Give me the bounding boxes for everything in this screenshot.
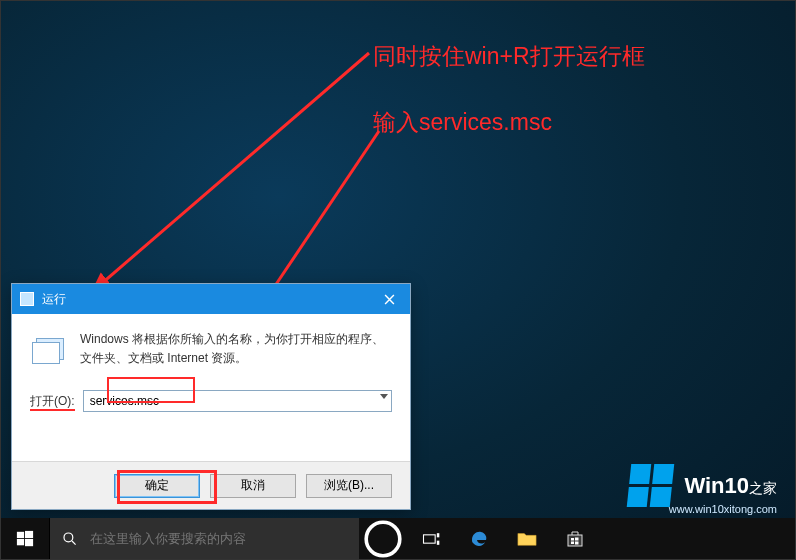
chevron-down-icon[interactable] [380, 394, 388, 399]
taskbar-search[interactable] [49, 518, 359, 559]
cortana-button[interactable] [359, 518, 407, 559]
cancel-button[interactable]: 取消 [210, 474, 296, 498]
folder-icon [517, 529, 537, 549]
svg-rect-4 [17, 539, 24, 545]
annotation-winr: 同时按住win+R打开运行框 [373, 41, 645, 72]
svg-rect-11 [437, 540, 440, 544]
svg-rect-16 [575, 541, 579, 544]
close-icon [384, 294, 395, 305]
run-button-row: 确定 取消 浏览(B)... [12, 461, 410, 509]
svg-rect-13 [571, 538, 574, 541]
watermark-brand: Win10 [684, 473, 749, 498]
explorer-button[interactable] [503, 518, 551, 559]
edge-icon [469, 529, 489, 549]
taskbar [1, 518, 795, 559]
svg-rect-15 [571, 541, 574, 544]
svg-point-8 [366, 522, 400, 556]
watermark: Win10之家 [629, 464, 777, 507]
svg-rect-14 [575, 537, 579, 540]
annotation-typemsc: 输入services.msc [373, 107, 552, 138]
store-icon [565, 529, 585, 549]
taskview-button[interactable] [407, 518, 455, 559]
open-input[interactable] [83, 390, 392, 412]
svg-rect-2 [17, 531, 24, 537]
open-label: 打开(O): [30, 393, 75, 410]
watermark-brand-sub: 之家 [749, 480, 777, 496]
close-button[interactable] [368, 284, 410, 314]
run-titlebar[interactable]: 运行 [12, 284, 410, 314]
browse-button[interactable]: 浏览(B)... [306, 474, 392, 498]
svg-line-7 [72, 541, 76, 545]
svg-line-0 [93, 53, 369, 291]
run-app-icon [30, 336, 66, 368]
svg-rect-5 [25, 539, 33, 546]
search-icon [50, 531, 90, 547]
search-input[interactable] [90, 531, 359, 546]
watermark-url: www.win10xitong.com [669, 503, 777, 515]
ok-button[interactable]: 确定 [114, 474, 200, 498]
run-description: Windows 将根据你所输入的名称，为你打开相应的程序、文件夹、文档或 Int… [80, 330, 392, 368]
svg-point-6 [64, 533, 73, 542]
run-title-icon [20, 292, 34, 306]
store-button[interactable] [551, 518, 599, 559]
svg-rect-9 [424, 534, 436, 542]
windows-logo-icon [627, 464, 675, 507]
svg-rect-3 [25, 530, 33, 537]
svg-rect-10 [437, 533, 440, 537]
taskview-icon [421, 529, 441, 549]
edge-button[interactable] [455, 518, 503, 559]
run-dialog: 运行 Windows 将根据你所输入的名称，为你打开相应的程序、文件夹、文档或 … [11, 283, 411, 510]
start-button[interactable] [1, 518, 49, 559]
windows-icon [16, 530, 34, 548]
run-title: 运行 [42, 291, 66, 308]
cortana-icon [359, 515, 407, 561]
